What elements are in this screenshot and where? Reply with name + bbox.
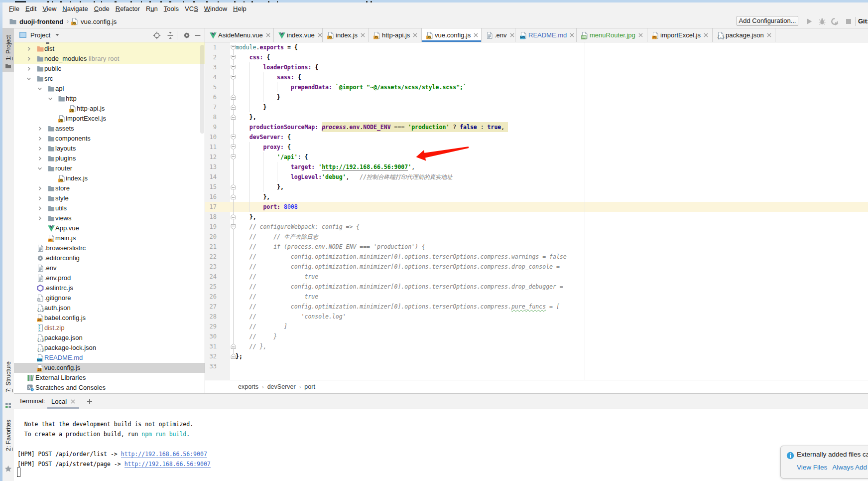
- chevron-right-icon[interactable]: [37, 146, 42, 151]
- tree-item-.env[interactable]: .env: [14, 263, 205, 273]
- tree-item-vue.config.js[interactable]: JSvue.config.js: [14, 363, 205, 373]
- close-icon[interactable]: [474, 33, 478, 37]
- close-icon[interactable]: [266, 33, 270, 37]
- tree-item-index.js[interactable]: JSindex.js: [14, 173, 205, 183]
- tree-item-external-libraries[interactable]: External Libraries: [14, 373, 205, 383]
- tree-item-.eslintrc.js[interactable]: .eslintrc.js: [14, 283, 205, 293]
- tree-item-views[interactable]: views: [14, 213, 205, 223]
- locate-icon[interactable]: [153, 31, 161, 39]
- close-icon[interactable]: [361, 33, 365, 37]
- tree-item-plugins[interactable]: plugins: [14, 154, 205, 163]
- tree-item-layouts[interactable]: layouts: [14, 144, 205, 154]
- gear-icon[interactable]: [183, 31, 191, 39]
- chevron-right-icon[interactable]: [37, 126, 42, 131]
- tree-item-dist[interactable]: dist: [14, 44, 205, 54]
- chevron-right-icon[interactable]: [37, 216, 42, 221]
- menu-item-help[interactable]: Help: [230, 2, 249, 15]
- tree-item-.browserslistrc[interactable]: .browserslistrc: [14, 243, 205, 253]
- close-icon[interactable]: [570, 33, 574, 37]
- menu-item-view[interactable]: View: [39, 2, 59, 15]
- tree-item-store[interactable]: store: [14, 183, 205, 193]
- chevron-down-icon[interactable]: [48, 96, 53, 101]
- editor-tab-readme.md[interactable]: MDREADME.md: [515, 28, 577, 42]
- tree-item-public[interactable]: public: [14, 64, 205, 74]
- hide-panel-icon[interactable]: [194, 31, 202, 39]
- tree-item-auth.json[interactable]: {·}auth.json: [14, 303, 205, 313]
- chevron-down-icon[interactable]: [55, 32, 60, 37]
- editor-tab-index.js[interactable]: JSindex.js: [323, 28, 369, 42]
- editor-tab-package.json[interactable]: {·}package.json: [713, 28, 775, 42]
- menu-item-run[interactable]: Run: [143, 2, 161, 15]
- chevron-right-icon[interactable]: [37, 156, 42, 161]
- tree-item-src[interactable]: src: [14, 74, 205, 84]
- chevron-right-icon[interactable]: [37, 186, 42, 191]
- code-breadcrumb-exports[interactable]: exports: [238, 383, 258, 390]
- tree-item-style[interactable]: style: [14, 193, 205, 203]
- run-icon[interactable]: [805, 17, 813, 25]
- tree-item-readme.md[interactable]: MDREADME.md: [14, 353, 205, 363]
- editor-tab-menurouter.jpg[interactable]: menuRouter.jpg: [577, 28, 647, 42]
- menu-item-edit[interactable]: Edit: [22, 2, 39, 15]
- tree-item-.env.prod[interactable]: .env.prod: [14, 273, 205, 283]
- chevron-right-icon[interactable]: [37, 196, 42, 201]
- menu-item-file[interactable]: File: [6, 2, 22, 15]
- tree-item-http-api.js[interactable]: JShttp-api.js: [14, 104, 205, 114]
- editor-tab-http-api.js[interactable]: JShttp-api.js: [369, 28, 422, 42]
- terminal-tab-local[interactable]: Local: [47, 394, 79, 409]
- close-icon[interactable]: [704, 33, 708, 37]
- git-widget-label[interactable]: Git:: [858, 15, 868, 28]
- menu-item-tools[interactable]: Tools: [161, 2, 182, 15]
- stop-icon[interactable]: [845, 17, 853, 25]
- profiler-icon[interactable]: [831, 17, 839, 25]
- close-icon[interactable]: [413, 33, 417, 37]
- tree-item-babel.config.js[interactable]: JSbabel.config.js: [14, 313, 205, 323]
- tree-item-app.vue[interactable]: App.vue: [14, 223, 205, 233]
- tree-item-.editorconfig[interactable]: .editorconfig: [14, 253, 205, 263]
- code-breadcrumb-devServer[interactable]: devServer: [267, 383, 296, 390]
- chevron-right-icon[interactable]: [37, 136, 42, 141]
- tree-item-main.js[interactable]: JSmain.js: [14, 233, 205, 243]
- close-icon[interactable]: [767, 33, 771, 37]
- collapse-all-icon[interactable]: [166, 31, 174, 39]
- close-icon[interactable]: [638, 33, 643, 37]
- tree-item-api[interactable]: api: [14, 84, 205, 94]
- tree-item-package-lock.json[interactable]: {·}package-lock.json: [14, 343, 205, 353]
- chevron-right-icon[interactable]: [26, 46, 31, 51]
- tree-item-node-modules[interactable]: node_modules library root: [14, 54, 205, 64]
- editor-tab-importexcel.js[interactable]: JSimportExcel.js: [647, 28, 713, 42]
- close-icon[interactable]: [318, 33, 322, 37]
- tree-item-importexcel.js[interactable]: JSimportExcel.js: [14, 114, 205, 124]
- chevron-down-icon[interactable]: [26, 76, 31, 81]
- tool-window-button-project[interactable]: 1: Project: [2, 28, 14, 72]
- tool-window-button-favorites[interactable]: 2: Favorites: [2, 420, 14, 481]
- tree-item-router[interactable]: router: [14, 163, 205, 173]
- tree-item-scratches-and-consoles[interactable]: Scratches and Consoles: [14, 383, 205, 393]
- editor-tab-.env[interactable]: .env: [482, 28, 515, 42]
- menu-item-vcs[interactable]: VCS: [182, 2, 201, 15]
- menu-item-refactor[interactable]: Refactor: [113, 2, 143, 15]
- close-icon[interactable]: [71, 399, 75, 404]
- breadcrumb-project[interactable]: duoji-frontend: [19, 18, 63, 25]
- tree-item-utils[interactable]: utils: [14, 203, 205, 213]
- debug-icon[interactable]: [818, 17, 826, 25]
- tree-item-assets[interactable]: assets: [14, 124, 205, 134]
- terminal-link[interactable]: http://192.168.66.56:9007: [121, 451, 207, 458]
- chevron-right-icon[interactable]: [26, 66, 31, 71]
- tree-item-http[interactable]: http: [14, 94, 205, 104]
- tree-item-package.json[interactable]: {·}package.json: [14, 333, 205, 343]
- notification-link-always-add[interactable]: Always Add: [832, 464, 867, 471]
- tree-item-components[interactable]: components: [14, 134, 205, 144]
- code-breadcrumb-port[interactable]: port: [304, 383, 315, 390]
- tree-item-.gitignore[interactable]: .gitignore: [14, 293, 205, 303]
- terminal-link[interactable]: http://192.168.66.56:9007: [124, 461, 211, 468]
- tree-item-dist.zip[interactable]: dist.zip: [14, 323, 205, 333]
- terminal-output[interactable]: Note that the development build is not o…: [14, 409, 868, 481]
- editor-tab-vue.config.js[interactable]: JSvue.config.js: [422, 28, 482, 42]
- add-configuration-button[interactable]: Add Configuration...: [737, 16, 798, 26]
- chevron-down-icon[interactable]: [37, 86, 42, 91]
- code-editor[interactable]: 1module.exports = {2 css: {3 loaderOptio…: [205, 42, 868, 380]
- project-view-title[interactable]: Project: [30, 31, 50, 39]
- menu-item-window[interactable]: Window: [201, 2, 230, 15]
- tree-scrollbar-thumb[interactable]: [200, 45, 204, 134]
- chevron-right-icon[interactable]: [26, 56, 31, 61]
